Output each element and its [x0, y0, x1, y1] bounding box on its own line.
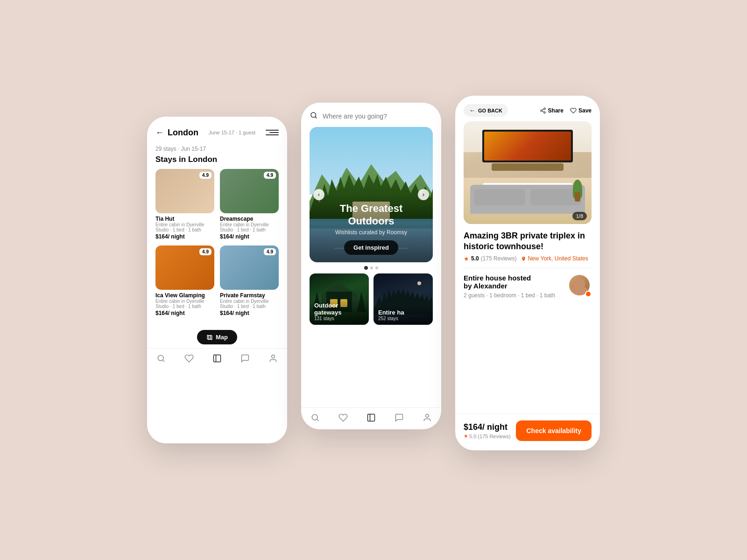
- hero-carousel: The Greatest Outdoors Wishlists curated …: [310, 127, 433, 262]
- go-back-button[interactable]: ← GO BACK: [464, 104, 508, 117]
- map-button[interactable]: Map: [197, 330, 237, 344]
- svg-point-7: [543, 112, 545, 113]
- listing-details: Studio · 1 bed · 1 bath: [155, 227, 214, 232]
- listing-card[interactable]: 4.9 Ica View Glamping Entire cabin in Dy…: [155, 245, 214, 316]
- nav-bookings[interactable]: [366, 413, 376, 423]
- category-card-outdoor[interactable]: Outdoor gateways 131 stays: [310, 273, 369, 325]
- nav-profile[interactable]: [422, 413, 432, 423]
- listing-details: Studio · 1 bed · 1 bath: [220, 227, 279, 232]
- map-section: Map: [147, 320, 287, 348]
- nav-wishlist[interactable]: [184, 353, 194, 364]
- phone-property-detail: ← GO BACK Share Save: [455, 96, 600, 450]
- listing-card[interactable]: 4.9 Tia Hut Entire cabin in Dyerville St…: [155, 169, 214, 240]
- listing-type: Entire cabin in Dyerville: [220, 222, 279, 227]
- svg-point-2: [311, 112, 316, 118]
- svg-point-1: [272, 355, 275, 358]
- listing-name: Ica View Glamping: [155, 292, 214, 299]
- outdoor-title: Outdoor gateways: [314, 302, 364, 316]
- entire-stays: 252 stays: [378, 316, 428, 321]
- stays-heading: Stays in London: [147, 155, 287, 169]
- map-icon: [206, 334, 213, 341]
- divider: [464, 268, 592, 268]
- nav-profile[interactable]: [268, 353, 278, 364]
- stays-count: 29 stays · Jun 15-17: [147, 144, 287, 155]
- location-text: New York, United States: [528, 255, 588, 262]
- hero-overlay: The Greatest Outdoors Wishlists curated …: [310, 195, 433, 262]
- back-arrow: ←: [469, 107, 475, 114]
- listing-card[interactable]: 4.9 Private Farmstay Entire cabin in Dye…: [220, 245, 279, 316]
- date-guests-meta: June 15-17 · 1 guest: [209, 130, 255, 135]
- bottom-action-bar: $164/ night ★ 5.0 (175 Reviews) Check av…: [455, 413, 600, 450]
- price-star-icon: ★: [464, 433, 468, 439]
- host-details: 2 guests · 1 bedroom · 1 bed · 1 bath: [464, 292, 555, 299]
- review-count: (175 Reviews): [481, 255, 517, 262]
- location-icon: [521, 256, 526, 261]
- nav-search[interactable]: [310, 413, 320, 423]
- rating-badge: 4.9: [264, 248, 276, 255]
- carousel-next-button[interactable]: ›: [418, 189, 429, 200]
- price-section: $164/ night ★ 5.0 (175 Reviews): [464, 422, 511, 439]
- outdoor-overlay: Outdoor gateways 131 stays: [310, 298, 369, 325]
- rating-location-row: ★ 5.0 (175 Reviews) New York, United Sta…: [464, 255, 592, 262]
- listing-type: Entire cabin in Dyerville: [155, 222, 214, 227]
- rating-badge: 4.9: [264, 172, 276, 179]
- listing-details: Studio · 1 bed · 1 bath: [155, 304, 214, 309]
- price-rating-text: 5.0 (175 Reviews): [469, 434, 511, 439]
- bottom-nav: [147, 348, 287, 370]
- svg-point-0: [158, 355, 163, 361]
- entire-title: Entire ha: [378, 309, 428, 316]
- filter-button[interactable]: [266, 126, 279, 139]
- share-icon: [540, 107, 546, 114]
- listing-price: $164/ night: [220, 310, 279, 316]
- listing-image: 4.9: [155, 245, 214, 290]
- search-icon: [310, 111, 318, 121]
- price-rating: ★ 5.0 (175 Reviews): [464, 433, 511, 439]
- nav-search[interactable]: [156, 353, 166, 364]
- property-image: 1/8: [464, 121, 592, 224]
- share-label: Share: [548, 107, 564, 114]
- svg-point-5: [543, 108, 545, 110]
- nav-messages[interactable]: [394, 413, 404, 423]
- search-bar[interactable]: [301, 103, 441, 127]
- listing-price: $164/ night: [220, 233, 279, 240]
- back-arrow-icon[interactable]: ←: [155, 128, 164, 138]
- share-button[interactable]: Share: [540, 107, 564, 114]
- star-icon: ★: [464, 255, 469, 262]
- host-avatar: [569, 275, 592, 297]
- carousel-dots: [301, 266, 441, 270]
- category-card-entire[interactable]: Entire ha 252 stays: [374, 273, 433, 325]
- check-availability-button[interactable]: Check availability: [516, 420, 592, 441]
- listing-image: 4.9: [220, 245, 279, 290]
- dot-2: [370, 266, 373, 269]
- listing-name: Tia Hut: [155, 216, 214, 222]
- rating-value: 5.0: [471, 255, 479, 262]
- carousel-prev-button[interactable]: ‹: [313, 189, 324, 200]
- phone-search-results: ← London June 15-17 · 1 guest 29 stays ·…: [147, 117, 287, 443]
- nav-messages[interactable]: [240, 353, 250, 364]
- host-badge: [585, 291, 592, 297]
- image-counter: 1/8: [572, 212, 587, 220]
- nav-bookings[interactable]: [212, 353, 222, 364]
- nav-actions: Share Save: [540, 107, 592, 114]
- listing-name: Dreamscape: [220, 216, 279, 222]
- svg-point-4: [426, 414, 429, 418]
- listing-card[interactable]: 4.9 Dreamscape Entire cabin in Dyerville…: [220, 169, 279, 240]
- go-back-label: GO BACK: [478, 108, 502, 113]
- host-info: Entire house hosted by Alexander 2 guest…: [464, 274, 555, 299]
- listing-type: Entire cabin in Dyerville: [220, 299, 279, 304]
- save-button[interactable]: Save: [570, 107, 592, 114]
- dot-3: [375, 266, 378, 269]
- search-input[interactable]: [323, 112, 433, 120]
- hero-title: The Greatest Outdoors: [317, 203, 425, 227]
- rating-group: ★ 5.0 (175 Reviews): [464, 255, 516, 262]
- get-inspired-button[interactable]: Get inspired: [344, 240, 398, 255]
- listing-details: Studio · 1 bed · 1 bath: [220, 304, 279, 309]
- header-left: ← London: [155, 128, 198, 138]
- listing-price: $164/ night: [155, 310, 214, 316]
- category-grid: Outdoor gateways 131 stays Entire ha 252…: [301, 273, 441, 404]
- outdoor-stays: 131 stays: [314, 316, 364, 321]
- svg-point-6: [540, 110, 542, 112]
- nav-wishlist[interactable]: [338, 413, 348, 423]
- listing-price: $164/ night: [155, 233, 214, 240]
- rating-badge: 4.9: [199, 248, 211, 255]
